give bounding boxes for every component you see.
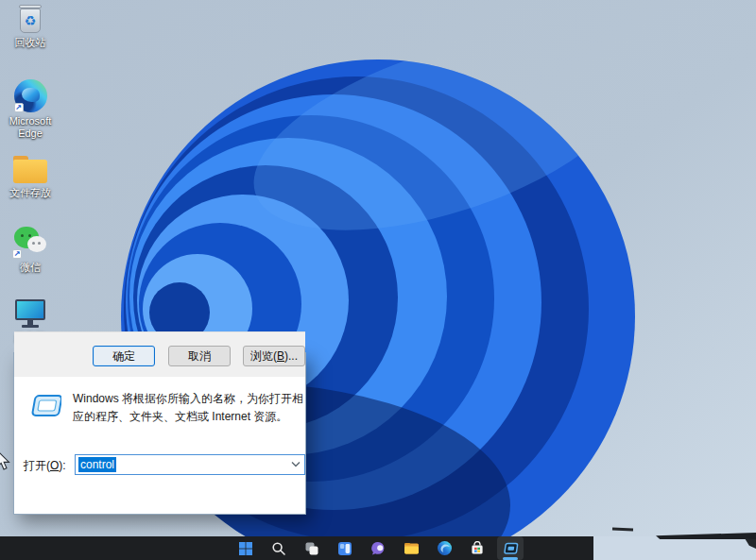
start-icon[interactable] [232, 536, 259, 560]
run-app-icon[interactable] [497, 536, 524, 560]
desktop-icon-label: Microsoft Edge [1, 115, 60, 139]
desktop-icon-label: 回收站 [15, 37, 46, 49]
cancel-button[interactable]: 取消 [168, 346, 231, 366]
shortcut-arrow-icon: ↗ [12, 249, 22, 259]
desktop-icon-wechat[interactable]: ↗ 微信 [0, 227, 60, 274]
run-dialog-description: Windows 将根据你所输入的名称，为你打开相应的程序、文件夹、文档或 Int… [73, 390, 305, 425]
input-selected-text: control [78, 457, 116, 472]
run-dialog: 运行 ✕ Windows 将根据你所输入的名称，为你打开相应的程序、文件夹、文档… [13, 352, 306, 515]
recycle-glyph: ♻ [25, 13, 37, 28]
folder-icon [12, 156, 48, 184]
open-input[interactable]: control [75, 454, 305, 475]
taskbar [0, 536, 593, 560]
widgets-icon[interactable] [332, 536, 358, 560]
dialog-button-strip: 确定 取消 浏览(B)... [14, 331, 305, 377]
edge-icon: ↗ [14, 79, 47, 112]
recycle-bin-icon: ♻ [18, 5, 43, 34]
browse-button[interactable]: 浏览(B)... [243, 346, 305, 366]
desktop-icon-label: 文件存放 [9, 187, 51, 199]
search-icon[interactable] [266, 536, 292, 560]
desktop-icon-recycle-bin[interactable]: ♻ 回收站 [0, 5, 60, 49]
chat-icon[interactable] [365, 536, 391, 560]
store-icon[interactable] [464, 536, 490, 560]
desktop: ♻ 回收站 ↗ Microsoft Edge 文件存放 ↗ 微信 此电脑 [0, 0, 756, 560]
task-view-icon[interactable] [299, 536, 325, 560]
wechat-icon: ↗ [12, 227, 48, 259]
open-label: 打开(O): [24, 458, 66, 474]
edge-icon[interactable] [431, 536, 457, 560]
run-program-icon [29, 394, 61, 418]
file-explorer-icon[interactable] [398, 536, 424, 560]
shortcut-arrow-icon: ↗ [14, 103, 24, 112]
desktop-icon-microsoft-edge[interactable]: ↗ Microsoft Edge [0, 79, 60, 139]
desktop-icon-label: 微信 [20, 262, 41, 274]
monitor-icon [13, 299, 47, 329]
chevron-down-icon[interactable] [291, 461, 301, 467]
desktop-icon-file-folder[interactable]: 文件存放 [0, 156, 60, 199]
taskbar-glitch-area [593, 536, 756, 560]
ok-button[interactable]: 确定 [93, 346, 155, 366]
